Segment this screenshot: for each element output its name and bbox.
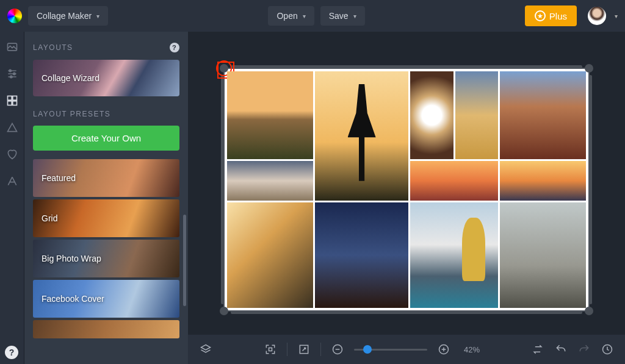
collage-cell[interactable] (315, 202, 409, 308)
svg-point-1 (9, 70, 11, 71)
star-icon: ★ (535, 10, 546, 21)
svg-point-2 (13, 73, 15, 74)
open-label: Open (276, 11, 297, 21)
plus-label: Plus (549, 11, 567, 21)
collage-cell[interactable] (500, 71, 586, 159)
user-avatar[interactable] (588, 7, 606, 25)
collage-cell[interactable] (410, 161, 498, 201)
text-tool-icon[interactable] (5, 174, 19, 188)
presets-header-row: LAYOUT PRESETS (33, 110, 179, 118)
layouts-header: LAYOUTS (33, 43, 73, 52)
preset-label: Facebook Cover (42, 294, 104, 304)
resize-handle-left[interactable] (221, 75, 224, 304)
collage-cell[interactable] (315, 71, 409, 201)
svg-rect-8 (269, 348, 272, 351)
swap-icon[interactable] (531, 343, 544, 356)
zoom-in-icon[interactable] (437, 343, 450, 356)
resize-handle-tr[interactable] (585, 64, 593, 73)
image-tool-icon[interactable] (5, 40, 19, 54)
canvas-wrap (188, 32, 625, 335)
app-mode-dropdown[interactable]: Collage Maker ▾ (28, 6, 108, 26)
create-your-own-label: Create Your Own (71, 133, 141, 143)
zoom-percent-label: 42% (464, 345, 480, 354)
global-help-icon[interactable]: ? (5, 346, 18, 359)
resize-handle-br[interactable] (585, 307, 593, 315)
svg-rect-4 (7, 96, 12, 101)
help-icon[interactable]: ? (170, 43, 179, 52)
preset-item[interactable] (33, 320, 179, 338)
collage-tool-icon[interactable] (5, 94, 19, 107)
preset-label: Grid (42, 213, 57, 223)
collage-cell[interactable] (410, 202, 498, 308)
collage-cell[interactable] (500, 161, 586, 201)
app-logo-icon[interactable] (7, 9, 22, 23)
chevron-down-icon: ▾ (353, 13, 356, 20)
triangle-tool-icon[interactable] (5, 121, 19, 134)
collage-cell[interactable] (410, 71, 453, 159)
resize-handle-top[interactable] (231, 65, 582, 68)
collage-frame[interactable] (223, 68, 590, 312)
expand-icon[interactable] (297, 343, 311, 356)
plus-upgrade-button[interactable]: ★ Plus (525, 5, 577, 26)
app-mode-label: Collage Maker (37, 11, 92, 21)
chevron-down-icon: ▾ (303, 13, 306, 20)
redo-icon[interactable] (577, 343, 591, 356)
zoom-slider[interactable] (354, 349, 427, 351)
layers-icon[interactable] (199, 343, 212, 356)
svg-rect-7 (12, 101, 16, 105)
collage-cell[interactable] (227, 71, 313, 159)
preset-list: Featured Grid Big Photo Wrap Facebook Co… (33, 159, 179, 338)
svg-rect-6 (7, 101, 12, 105)
presets-header: LAYOUT PRESETS (33, 110, 110, 118)
resize-handle-right[interactable] (589, 75, 592, 304)
preset-grid[interactable]: Grid (33, 199, 179, 237)
divider (320, 343, 321, 356)
resize-handle-bl[interactable] (220, 307, 228, 315)
collage-wizard-label: Collage Wizard (42, 73, 99, 83)
fit-screen-icon[interactable] (264, 343, 277, 356)
preset-label: Big Photo Wrap (42, 254, 101, 263)
preset-facebook-cover[interactable]: Facebook Cover (33, 280, 179, 318)
zoom-out-icon[interactable] (331, 343, 344, 356)
svg-rect-5 (12, 96, 16, 101)
undo-icon[interactable] (554, 343, 568, 356)
resize-handle-bottom[interactable] (231, 311, 582, 314)
heart-tool-icon[interactable] (5, 148, 19, 161)
bottom-bar: 42% (188, 335, 625, 364)
save-button[interactable]: Save ▾ (320, 6, 365, 26)
canvas-area: 42% (188, 32, 625, 364)
layouts-sidebar: LAYOUTS ? Collage Wizard LAYOUT PRESETS … (24, 32, 188, 364)
zoom-slider-thumb[interactable] (363, 345, 372, 354)
chevron-down-icon[interactable]: ▾ (615, 13, 618, 20)
collage-cell[interactable] (227, 202, 313, 308)
tool-rail (0, 32, 24, 364)
save-label: Save (329, 11, 349, 21)
collage-cell[interactable] (227, 161, 313, 201)
open-button[interactable]: Open ▾ (268, 6, 314, 26)
collage-wizard-card[interactable]: Collage Wizard (33, 60, 179, 96)
sliders-tool-icon[interactable] (5, 67, 19, 80)
divider (287, 343, 287, 356)
collage-cell[interactable] (455, 71, 498, 159)
preset-featured[interactable]: Featured (33, 159, 179, 197)
collage-cell[interactable] (500, 202, 586, 308)
layouts-header-row: LAYOUTS ? (33, 43, 179, 52)
chevron-down-icon: ▾ (96, 13, 99, 20)
sidebar-scrollbar[interactable] (183, 215, 186, 306)
create-your-own-button[interactable]: Create Your Own (33, 126, 179, 151)
preset-big-photo-wrap[interactable]: Big Photo Wrap (33, 240, 179, 277)
svg-point-3 (10, 76, 12, 77)
history-icon[interactable] (601, 343, 614, 356)
preset-label: Featured (42, 173, 76, 183)
collage-grid (227, 71, 586, 308)
top-bar: Collage Maker ▾ Open ▾ Save ▾ ★ Plus ▾ (0, 0, 625, 32)
main-area: LAYOUTS ? Collage Wizard LAYOUT PRESETS … (0, 32, 625, 364)
